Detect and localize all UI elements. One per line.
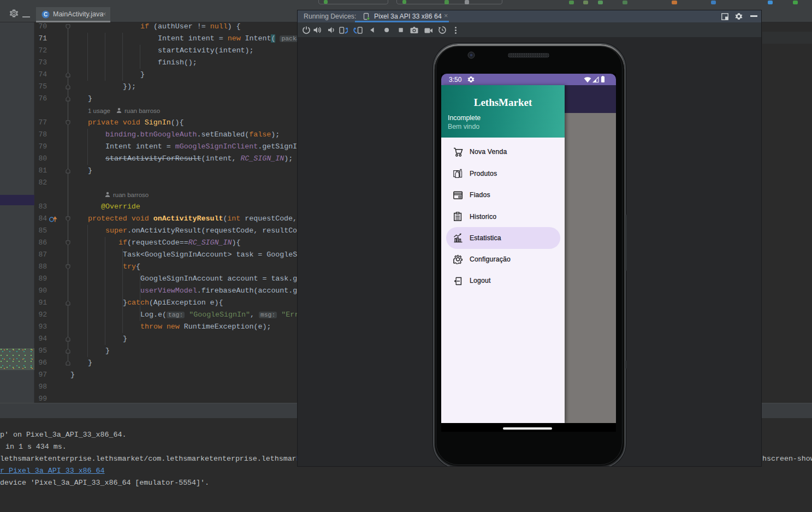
svg-text:C: C <box>44 11 48 17</box>
